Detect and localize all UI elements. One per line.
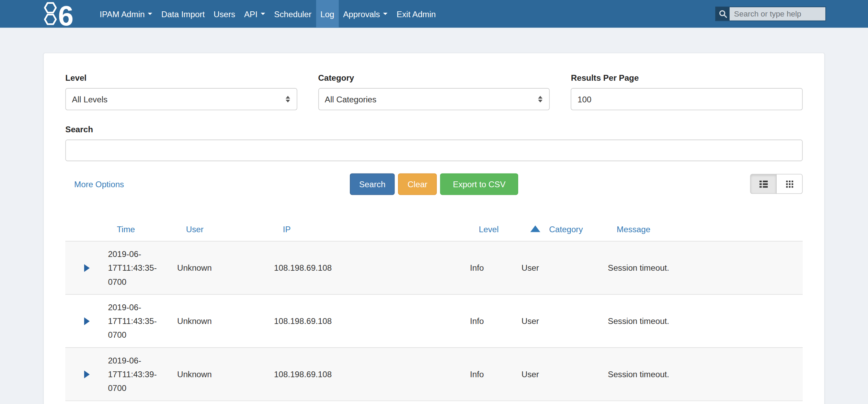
log-ip: 108.198.69.108 bbox=[274, 261, 470, 274]
select-arrows-icon bbox=[538, 96, 543, 102]
log-table: Time User IP Level Category Message 2019… bbox=[65, 216, 803, 401]
table-header: Time User IP Level Category Message bbox=[65, 216, 803, 241]
level-label: Level bbox=[65, 73, 297, 83]
caret-down-icon bbox=[383, 13, 388, 15]
select-arrows-icon bbox=[285, 96, 290, 102]
log-user: Unknown bbox=[177, 314, 274, 328]
global-search-box bbox=[715, 7, 826, 21]
column-header-user[interactable]: User bbox=[177, 224, 274, 233]
navbar: 6 IPAM Admin Data Import Users API Sched… bbox=[0, 0, 868, 28]
expand-row-icon[interactable] bbox=[84, 317, 89, 325]
log-category: User bbox=[522, 367, 608, 381]
nav-item-label: Scheduler bbox=[274, 9, 311, 19]
log-ip: 108.198.69.108 bbox=[274, 367, 470, 381]
nav-item-data-import[interactable]: Data Import bbox=[157, 0, 209, 28]
log-row: 2019-06-17T11:43:39-0700 Unknown 108.198… bbox=[65, 347, 803, 401]
log-user: Unknown bbox=[177, 261, 274, 274]
nav-item-scheduler[interactable]: Scheduler bbox=[270, 0, 316, 28]
grid-view-icon bbox=[786, 180, 793, 188]
nav-item-label: IPAM Admin bbox=[100, 9, 145, 19]
column-header-ip[interactable]: IP bbox=[274, 224, 470, 233]
list-view-icon bbox=[759, 180, 767, 188]
nav-item-api[interactable]: API bbox=[240, 0, 270, 28]
category-select[interactable]: All Categories bbox=[318, 88, 550, 110]
page: 6 IPAM Admin Data Import Users API Sched… bbox=[0, 0, 868, 404]
global-search bbox=[715, 0, 826, 28]
export-csv-button[interactable]: Export to CSV bbox=[440, 173, 518, 195]
nav-item-users[interactable]: Users bbox=[209, 0, 240, 28]
column-header-message[interactable]: Message bbox=[608, 224, 803, 233]
nav-item-label: Approvals bbox=[343, 9, 380, 19]
log-time: 2019-06-17T11:43:35-0700 bbox=[108, 300, 177, 342]
log-message: Session timeout. bbox=[608, 261, 803, 274]
actions-row: More Options Search Clear Export to CSV bbox=[65, 173, 803, 195]
expand-row-icon[interactable] bbox=[84, 264, 89, 272]
grid-view-button[interactable] bbox=[776, 174, 802, 194]
nav-item-label: Exit Admin bbox=[397, 9, 436, 19]
view-toggle bbox=[750, 174, 803, 194]
sort-ascending-icon[interactable] bbox=[530, 225, 540, 232]
log-row: 2019-06-17T11:43:35-0700 Unknown 108.198… bbox=[65, 241, 803, 294]
log-level: Info bbox=[470, 367, 522, 381]
log-category: User bbox=[522, 314, 608, 328]
search-button[interactable]: Search bbox=[350, 173, 395, 195]
nav-item-ipam-admin[interactable]: IPAM Admin bbox=[95, 0, 157, 28]
nav-item-label: Data Import bbox=[161, 9, 205, 19]
log-message: Session timeout. bbox=[608, 367, 803, 381]
nav-item-label: API bbox=[244, 9, 258, 19]
results-per-page-filter: Results Per Page bbox=[571, 73, 803, 110]
search-icon[interactable] bbox=[716, 7, 730, 21]
category-select-value: All Categories bbox=[325, 94, 377, 104]
log-time: 2019-06-17T11:43:39-0700 bbox=[108, 354, 177, 395]
caret-down-icon bbox=[148, 13, 152, 15]
nav-item-label: Users bbox=[214, 9, 235, 19]
category-label: Category bbox=[318, 73, 550, 83]
category-filter: Category All Categories bbox=[318, 73, 550, 110]
nav-item-approvals[interactable]: Approvals bbox=[339, 0, 392, 28]
column-header-level[interactable]: Level bbox=[470, 224, 522, 233]
column-header-category[interactable]: Category bbox=[522, 224, 608, 233]
log-user: Unknown bbox=[177, 367, 274, 381]
table-body: 2019-06-17T11:43:35-0700 Unknown 108.198… bbox=[65, 241, 803, 401]
hexagon-logo-icon: 6 bbox=[43, 1, 90, 26]
global-search-input[interactable] bbox=[730, 7, 825, 21]
nav-item-log[interactable]: Log bbox=[316, 0, 339, 28]
nav-item-label: Log bbox=[320, 9, 334, 19]
column-header-category-label: Category bbox=[549, 224, 583, 233]
column-header-time[interactable]: Time bbox=[108, 224, 177, 233]
clear-button[interactable]: Clear bbox=[398, 173, 437, 195]
level-filter: Level All Levels bbox=[65, 73, 297, 110]
brand-logo[interactable]: 6 bbox=[43, 0, 90, 28]
log-ip: 108.198.69.108 bbox=[274, 314, 470, 328]
list-view-button[interactable] bbox=[750, 174, 777, 194]
log-row: 2019-06-17T11:43:35-0700 Unknown 108.198… bbox=[65, 294, 803, 347]
results-per-page-label: Results Per Page bbox=[571, 73, 803, 83]
log-search-input[interactable] bbox=[65, 139, 803, 161]
level-select-value: All Levels bbox=[72, 94, 108, 104]
search-filter: Search bbox=[65, 125, 803, 161]
log-message: Session timeout. bbox=[608, 314, 803, 328]
level-select[interactable]: All Levels bbox=[65, 88, 297, 110]
expand-row-icon[interactable] bbox=[84, 370, 89, 378]
log-panel: Level All Levels Category All Categories bbox=[43, 53, 825, 404]
log-level: Info bbox=[470, 314, 522, 328]
nav-item-exit-admin[interactable]: Exit Admin bbox=[392, 0, 440, 28]
filters: Level All Levels Category All Categories bbox=[65, 73, 803, 110]
log-level: Info bbox=[470, 261, 522, 274]
search-label: Search bbox=[65, 125, 803, 135]
log-time: 2019-06-17T11:43:35-0700 bbox=[108, 247, 177, 289]
more-options-link[interactable]: More Options bbox=[74, 179, 124, 189]
log-category: User bbox=[522, 261, 608, 274]
svg-text:6: 6 bbox=[58, 1, 73, 26]
results-per-page-input[interactable] bbox=[571, 88, 803, 110]
caret-down-icon bbox=[261, 13, 265, 15]
main-nav: IPAM Admin Data Import Users API Schedul… bbox=[95, 0, 440, 28]
action-buttons: Search Clear Export to CSV bbox=[350, 173, 518, 195]
